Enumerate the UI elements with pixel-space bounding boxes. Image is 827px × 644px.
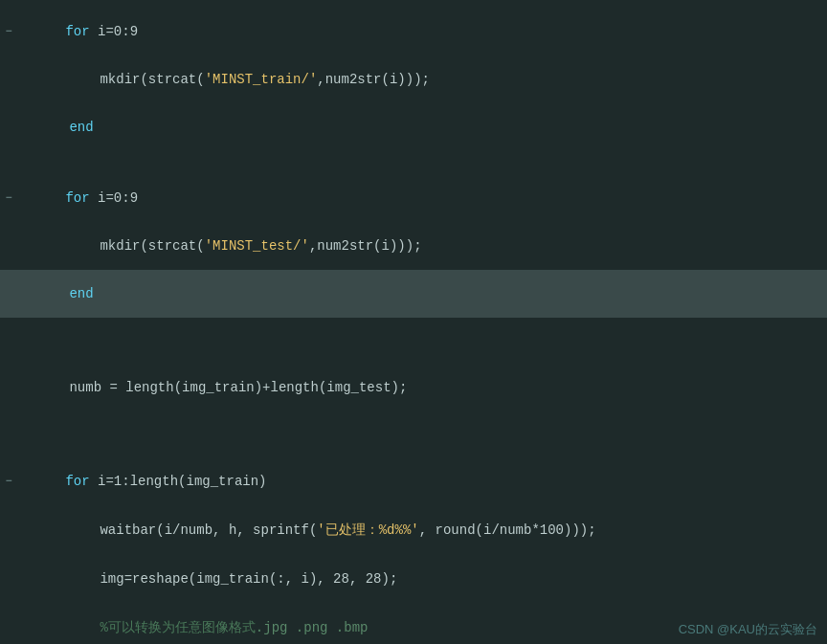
code-line-7: end [0, 270, 827, 318]
fold-icon-13[interactable]: − [0, 475, 17, 488]
line-content-14: waitbar(i/numb, h, sprintf('已处理：%d%%', r… [17, 506, 827, 554]
line-content-1: for i=0:9 [17, 9, 827, 55]
code-line-15: img=reshape(img_train(:, i), 28, 28); [0, 555, 827, 603]
line-content-13: for i=1:length(img_train) [17, 458, 827, 504]
fold-icon-3 [0, 121, 17, 134]
code-line-1: − for i=0:9 [0, 8, 827, 56]
fold-icon-10 [0, 381, 17, 394]
code-line-2: mkdir(strcat('MINST_train/',num2str(i)))… [0, 56, 827, 103]
line-content-5: for i=0:9 [17, 175, 827, 221]
watermark: CSDN @KAU的云实验台 [679, 621, 817, 638]
fold-icon-16 [0, 621, 17, 634]
code-line-6: mkdir(strcat('MINST_test/',num2str(i))); [0, 222, 827, 270]
line-content-2: mkdir(strcat('MINST_train/',num2str(i)))… [17, 56, 827, 102]
code-line-empty-5 [0, 434, 827, 457]
fold-icon-2 [0, 73, 17, 86]
fold-icon-15 [0, 572, 17, 586]
line-content-3: end [17, 104, 827, 150]
code-line-empty-2 [0, 318, 827, 341]
fold-icon-14 [0, 523, 17, 537]
fold-icon-7 [0, 287, 17, 300]
code-editor: − for i=0:9 mkdir(strcat('MINST_train/',… [0, 0, 827, 644]
line-content-10: numb = length(img_train)+length(img_test… [17, 365, 827, 411]
fold-icon-1[interactable]: − [0, 25, 17, 38]
line-content-15: img=reshape(img_train(:, i), 28, 28); [17, 556, 827, 602]
code-line-empty-1 [0, 151, 827, 174]
fold-icon-5[interactable]: − [0, 191, 17, 205]
code-line-empty-4 [0, 411, 827, 434]
code-line-10: numb = length(img_train)+length(img_test… [0, 364, 827, 411]
code-line-5: − for i=0:9 [0, 174, 827, 222]
code-line-empty-3 [0, 341, 827, 364]
line-content-6: mkdir(strcat('MINST_test/',num2str(i))); [17, 223, 827, 269]
fold-icon-6 [0, 239, 17, 253]
code-line-3: end [0, 103, 827, 151]
code-line-13: − for i=1:length(img_train) [0, 457, 827, 505]
code-line-14: waitbar(i/numb, h, sprintf('已处理：%d%%', r… [0, 505, 827, 555]
line-content-7: end [17, 271, 827, 317]
